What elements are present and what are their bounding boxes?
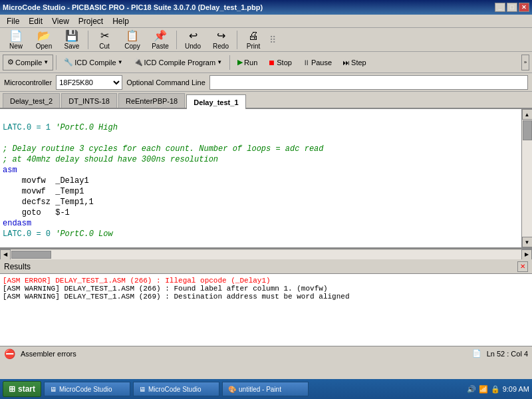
compile-button[interactable]: ⚙ Compile ▼	[3, 55, 53, 70]
icd-prog-dropdown-icon: ▼	[217, 59, 222, 65]
menu-view[interactable]: View	[48, 15, 73, 27]
print-icon: 🖨	[248, 30, 259, 42]
tray-icon-1: 🔊	[467, 385, 476, 394]
pause-icon: ⏸	[303, 59, 310, 66]
code-line: goto $-1	[3, 207, 519, 218]
horizontal-scrollbar[interactable]: ◀ ▶	[0, 249, 532, 259]
statusbar: ⛔ Assembler errors 📄 Ln 52 : Col 4	[0, 346, 532, 360]
vertical-scrollbar[interactable]: ▲ ▼	[521, 109, 532, 247]
icd-compile-prog-button[interactable]: 🔌 ICD Compile Program ▼	[129, 55, 227, 70]
scroll-right-button[interactable]: ▶	[521, 249, 532, 260]
paste-button[interactable]: 📌 Paste	[147, 29, 174, 51]
cursor-position: Ln 52 : Col 4	[487, 350, 528, 358]
tray-icon-2: 📶	[479, 385, 488, 394]
windows-icon: ⊞	[9, 384, 15, 394]
taskbar-icon-1: 🖥	[50, 386, 57, 393]
step-icon: ⏭	[342, 59, 350, 66]
title-text: MicroCode Studio - PICBASIC PRO - PIC18 …	[3, 3, 263, 11]
scroll-down-button[interactable]: ▼	[522, 237, 533, 247]
taskbar-item-microcode-2[interactable]: 🖥 MicroCode Studio	[133, 382, 219, 396]
menu-edit[interactable]: Edit	[25, 15, 47, 27]
icd-dropdown-icon: ▼	[118, 59, 123, 65]
run-button[interactable]: ▶ Run	[233, 55, 262, 70]
code-editor[interactable]: LATC.0 = 1 'PortC.0 High ; Delay routine…	[0, 109, 521, 247]
start-button[interactable]: ⊞ start	[3, 381, 41, 397]
cmdline-label: Optional Command Line	[126, 78, 205, 86]
t2-sep1	[56, 55, 57, 70]
results-header: Results ✕	[0, 259, 532, 274]
code-line: movwf _Temp1	[3, 186, 519, 197]
copy-icon: 📋	[126, 29, 139, 42]
h-scroll-track[interactable]	[11, 250, 521, 259]
icd-prog-icon: 🔌	[134, 58, 143, 66]
compile-dropdown-icon: ▼	[43, 59, 49, 65]
taskbar-icon-2: 🖥	[139, 386, 146, 393]
code-line: endasm	[3, 218, 519, 229]
new-button[interactable]: 📄 New	[3, 29, 29, 51]
copy-button[interactable]: 📋 Copy	[119, 29, 146, 51]
separator1	[88, 31, 88, 49]
start-label: start	[18, 384, 35, 394]
code-line	[3, 112, 519, 122]
t2-sep2	[229, 55, 230, 70]
tab-delay-test-2[interactable]: Delay_test_2	[3, 93, 60, 108]
tray-icon-3: 🔒	[491, 385, 500, 394]
main-area: LATC.0 = 1 'PortC.0 High ; Delay routine…	[0, 109, 532, 249]
code-line: movfw _Delay1	[3, 176, 519, 186]
scroll-thumb[interactable]	[523, 120, 532, 140]
scroll-up-button[interactable]: ▲	[522, 109, 533, 120]
tab-dt-ints-18[interactable]: DT_INTS-18	[61, 93, 117, 108]
paste-icon: 📌	[154, 29, 167, 42]
redo-button[interactable]: ↪ Redo	[207, 29, 234, 51]
taskbar: ⊞ start 🖥 MicroCode Studio 🖥 MicroCode S…	[0, 379, 532, 399]
stop-icon: ⏹	[268, 59, 275, 66]
menu-file[interactable]: File	[3, 15, 23, 27]
mc-label: Microcontroller	[4, 78, 52, 86]
run-icon: ▶	[237, 58, 243, 66]
minimize-button[interactable]: _	[495, 3, 505, 12]
code-line: asm	[3, 165, 519, 176]
results-close-button[interactable]: ✕	[517, 261, 528, 272]
status-icon2: 📄	[472, 349, 481, 358]
maximize-button[interactable]: □	[507, 3, 517, 12]
icd-compile-button[interactable]: 🔧 ICD Compile ▼	[59, 55, 127, 70]
microcontroller-select[interactable]: 18F25K80	[56, 75, 122, 90]
open-button[interactable]: 📂 Open	[31, 29, 57, 51]
new-icon: 📄	[9, 29, 23, 42]
result-line-warning1: [ASM WARNING] DELAY_TEST_1.ASM (266) : F…	[3, 285, 529, 293]
close-button[interactable]: ✕	[519, 3, 529, 12]
tab-reenterpbp-18[interactable]: ReEnterPBP-18	[118, 93, 185, 108]
scroll-left-button[interactable]: ◀	[0, 249, 11, 260]
cut-icon: ✂	[100, 29, 109, 42]
icd-icon: 🔧	[64, 58, 73, 66]
tab-delay-test-1[interactable]: Delay_test_1	[186, 94, 245, 109]
scroll-track[interactable]	[522, 120, 533, 237]
menubar: File Edit View Project Help	[0, 15, 532, 28]
h-scroll-thumb[interactable]	[11, 251, 51, 259]
titlebar-controls: _ □ ✕	[495, 3, 529, 12]
titlebar: MicroCode Studio - PICBASIC PRO - PIC18 …	[0, 0, 532, 15]
taskbar-icon-3: 🎨	[228, 386, 236, 393]
undo-icon: ↩	[189, 29, 198, 42]
code-line: LATC.0 = 1 'PortC.0 High	[3, 122, 519, 133]
save-button[interactable]: 💾 Save	[59, 29, 85, 51]
menu-project[interactable]: Project	[74, 15, 107, 27]
save-icon: 💾	[65, 29, 78, 42]
separator2	[176, 31, 177, 49]
menu-help[interactable]: Help	[108, 15, 133, 27]
open-icon: 📂	[37, 29, 51, 42]
pause-button[interactable]: ⏸ Pause	[298, 55, 336, 70]
step-button[interactable]: ⏭ Step	[338, 55, 371, 70]
tabs: Delay_test_2 DT_INTS-18 ReEnterPBP-18 De…	[0, 92, 532, 109]
print-button[interactable]: 🖨 Print	[240, 29, 267, 51]
cmdline-input[interactable]	[209, 75, 528, 90]
code-line: ; at 40mhz delay should have 300ns resol…	[3, 154, 519, 165]
cut-button[interactable]: ✂ Cut	[91, 29, 118, 51]
taskbar-item-microcode-1[interactable]: 🖥 MicroCode Studio	[44, 382, 130, 396]
undo-button[interactable]: ↩ Undo	[180, 29, 206, 51]
results-content: [ASM ERROR] DELAY_TEST_1.ASM (266) : Ill…	[0, 274, 532, 346]
stop-button[interactable]: ⏹ Stop	[263, 55, 297, 70]
taskbar-item-paint[interactable]: 🎨 untitled - Paint	[222, 382, 309, 396]
toolbar2-expand-button[interactable]: »	[521, 55, 529, 70]
toolbar1: 📄 New 📂 Open 💾 Save ✂ Cut 📋 Copy 📌 Paste…	[0, 28, 532, 52]
